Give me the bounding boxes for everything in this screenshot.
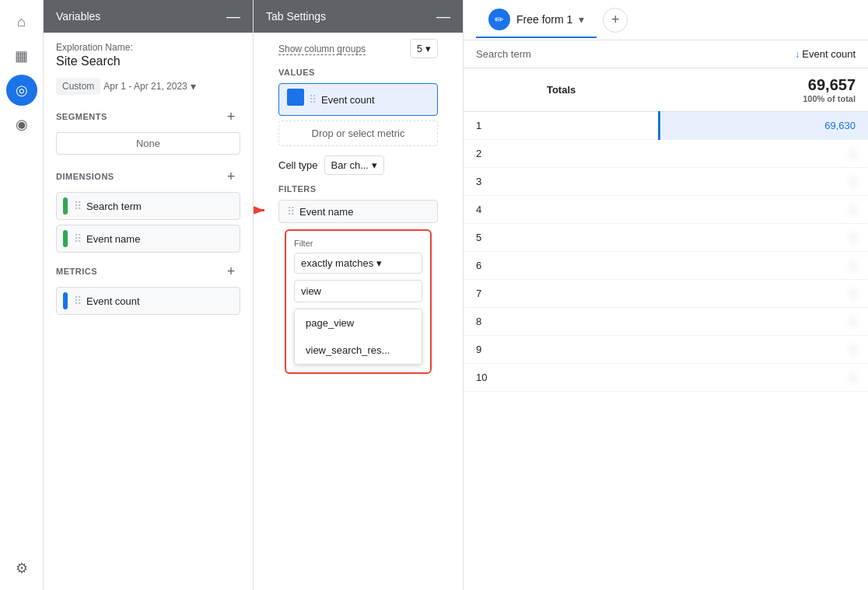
- tab-settings-panel: Tab Settings — Show column groups 5 ▾ VA…: [254, 0, 464, 590]
- drop-metric-label: Drop or select metric: [312, 127, 405, 139]
- variables-panel-content: Exploration Name: Site Search Custom Apr…: [44, 33, 253, 590]
- target-icon[interactable]: ◉: [6, 109, 37, 140]
- data-table: Search term ↓ Event count Totals 69,657 …: [464, 40, 868, 590]
- date-range-row: Custom Apr 1 - Apr 21, 2023 ▾: [56, 78, 240, 95]
- table-row: 61: [464, 252, 868, 280]
- totals-value: 69,657: [671, 76, 856, 94]
- variables-panel-header: Variables —: [44, 0, 253, 33]
- metrics-title: METRICS: [56, 267, 97, 276]
- event-count-chip[interactable]: ⠿ Event count: [278, 83, 438, 116]
- values-section: VALUES ⠿ Event count Drop or select metr…: [266, 68, 450, 146]
- dropdown-item-page-view[interactable]: page_view: [295, 309, 422, 337]
- filter-event-name-label: Event name: [299, 206, 353, 218]
- row-number-cell: 8: [464, 308, 659, 336]
- totals-value-cell: 69,657 100% of total: [659, 68, 868, 112]
- segments-section-header: SEGMENTS +: [56, 107, 240, 126]
- dimension-event-name[interactable]: ⠿ Event name: [56, 225, 240, 253]
- totals-pct: 100% of total: [671, 94, 856, 103]
- filter-dropdown-list: page_view view_search_res...: [294, 309, 422, 365]
- variables-title: Variables: [56, 10, 100, 23]
- chevron-down-icon: ▾: [372, 159, 377, 171]
- tab-edit-icon: ✏: [488, 9, 510, 30]
- date-label: Custom: [56, 78, 100, 95]
- event-count-chip-label: Event count: [321, 94, 375, 106]
- filter-match-select[interactable]: exactly matches ▾: [294, 253, 422, 274]
- filter-match-row: exactly matches ▾: [294, 253, 422, 274]
- tab-settings-header: Tab Settings —: [254, 0, 463, 33]
- dimension-search-term-label: Search term: [86, 201, 142, 212]
- filter-event-name-chip[interactable]: ⠿ Event name: [278, 200, 438, 223]
- drag-handle-icon: ⠿: [309, 93, 317, 106]
- metrics-section-header: METRICS +: [56, 262, 240, 281]
- table-row: 81: [464, 308, 868, 336]
- home-icon[interactable]: ⌂: [6, 6, 37, 37]
- date-chevron-icon[interactable]: ▾: [191, 80, 196, 93]
- row-number-cell: 9: [464, 336, 659, 364]
- table-row: 21: [464, 140, 868, 168]
- column-groups-select[interactable]: 5 ▾: [410, 39, 438, 58]
- tab-settings-minimize-btn[interactable]: —: [436, 9, 450, 23]
- segments-title: SEGMENTS: [56, 112, 107, 121]
- tab-label: Free form 1: [516, 13, 572, 26]
- left-navigation: ⌂ ▦ ◎ ◉ ⚙: [0, 0, 44, 590]
- row-number-cell: 3: [464, 168, 659, 196]
- main-content: ✏ Free form 1 ▾ + Search term ↓ Event co…: [464, 0, 868, 590]
- dropdown-item-view-search[interactable]: view_search_res...: [295, 337, 422, 364]
- pencil-icon: ✏: [495, 13, 504, 26]
- drag-handle-icon: ⠿: [74, 200, 82, 212]
- tab-settings-title: Tab Settings: [266, 10, 326, 23]
- event-count-column-header: ↓ Event count: [659, 40, 868, 68]
- show-column-groups-label: Show column groups: [278, 44, 404, 54]
- drag-handle-icon: ⠿: [74, 295, 82, 307]
- exploration-name-value: Site Search: [56, 54, 240, 68]
- table-row: 31: [464, 168, 868, 196]
- add-segment-button[interactable]: +: [222, 107, 240, 126]
- metric-event-count[interactable]: ⠿ Event count: [56, 287, 240, 315]
- dimension-search-term[interactable]: ⠿ Search term: [56, 192, 240, 220]
- filter-label: Filter: [294, 239, 422, 248]
- row-term-cell: 1: [659, 252, 868, 280]
- row-term-cell: 1: [659, 168, 868, 196]
- drag-handle-icon: ⠿: [74, 232, 82, 245]
- table-row: 169,630: [464, 112, 868, 140]
- row-number-cell: 6: [464, 252, 659, 280]
- sort-icon: ↓: [795, 49, 802, 60]
- row-term-cell: 1: [659, 196, 868, 224]
- totals-label: Totals: [464, 68, 659, 112]
- settings-icon[interactable]: ⚙: [6, 553, 37, 584]
- tab-free-form-1[interactable]: ✏ Free form 1 ▾: [476, 2, 597, 38]
- filter-input[interactable]: [294, 280, 422, 302]
- row-term-cell: 1: [659, 336, 868, 364]
- dimensions-title: DIMENSIONS: [56, 172, 114, 181]
- segments-none: None: [56, 132, 240, 155]
- add-dimension-button[interactable]: +: [222, 167, 240, 186]
- table-row: 51: [464, 224, 868, 252]
- row-term-cell: 1: [659, 364, 868, 392]
- row-number-cell: 7: [464, 280, 659, 308]
- arrow-annotation: [254, 199, 271, 225]
- add-metric-button[interactable]: +: [222, 262, 240, 281]
- row-term-cell: 1: [659, 140, 868, 168]
- row-term-cell: 1: [659, 308, 868, 336]
- cell-type-select[interactable]: Bar ch... ▾: [324, 155, 384, 175]
- drop-metric-chip[interactable]: Drop or select metric: [278, 120, 438, 146]
- row-number-cell: 1: [464, 112, 659, 140]
- table-row: 41: [464, 196, 868, 224]
- filter-popup: Filter exactly matches ▾ page_view view_…: [285, 229, 432, 374]
- row-number-cell: 5: [464, 224, 659, 252]
- chart-icon[interactable]: ▦: [6, 40, 37, 72]
- add-tab-button[interactable]: +: [603, 8, 628, 33]
- variables-minimize-btn[interactable]: —: [226, 9, 240, 23]
- row-number-cell: 10: [464, 364, 659, 392]
- values-title: VALUES: [278, 68, 438, 77]
- table-row: 91: [464, 336, 868, 364]
- date-range: Apr 1 - Apr 21, 2023: [103, 81, 187, 92]
- filters-title: FILTERS: [278, 184, 438, 194]
- tab-chevron-icon[interactable]: ▾: [579, 13, 584, 26]
- chevron-down-icon: ▾: [376, 257, 382, 269]
- explore-icon[interactable]: ◎: [6, 75, 37, 106]
- table-row: 71: [464, 280, 868, 308]
- show-column-groups-row: Show column groups 5 ▾: [266, 39, 450, 58]
- row-term-cell: 1: [659, 280, 868, 308]
- chevron-down-icon: ▾: [425, 43, 431, 54]
